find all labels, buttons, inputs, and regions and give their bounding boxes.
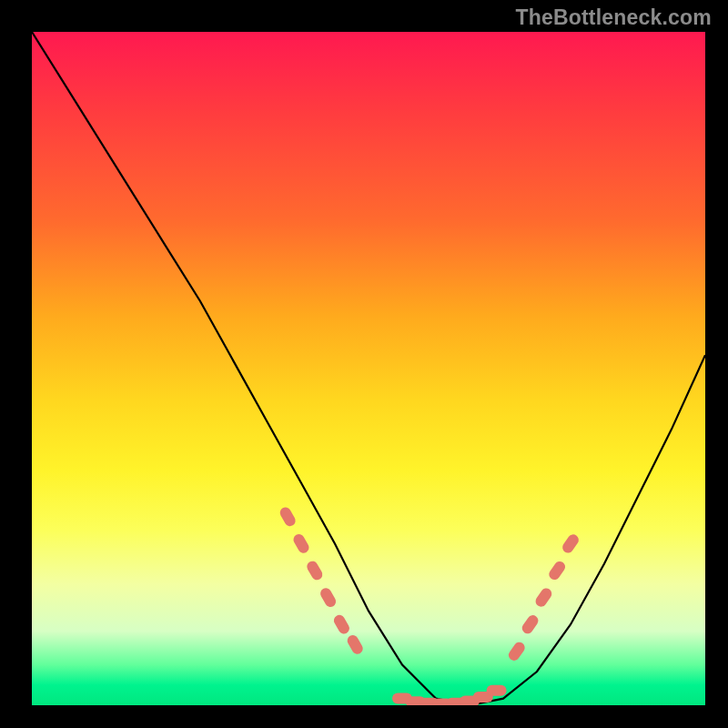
curve-marker	[533, 586, 553, 609]
markers-bottom	[392, 685, 507, 705]
curve-marker	[547, 560, 567, 582]
curve-marker	[487, 685, 507, 696]
markers-right	[507, 532, 581, 662]
bottleneck-curve	[32, 32, 705, 705]
bottleneck-curve-svg	[32, 32, 705, 705]
curve-marker	[346, 633, 365, 656]
curve-marker	[305, 559, 324, 581]
curve-marker	[332, 613, 351, 636]
curve-marker	[278, 505, 298, 528]
curve-marker	[291, 532, 310, 555]
chart-frame: TheBottleneck.com	[0, 0, 728, 728]
curve-marker	[520, 613, 540, 636]
curve-marker	[318, 586, 338, 609]
watermark-label: TheBottleneck.com	[515, 5, 712, 30]
curve-marker	[507, 640, 527, 662]
plot-area	[32, 32, 705, 705]
markers-left	[278, 505, 365, 656]
curve-marker	[561, 532, 581, 555]
